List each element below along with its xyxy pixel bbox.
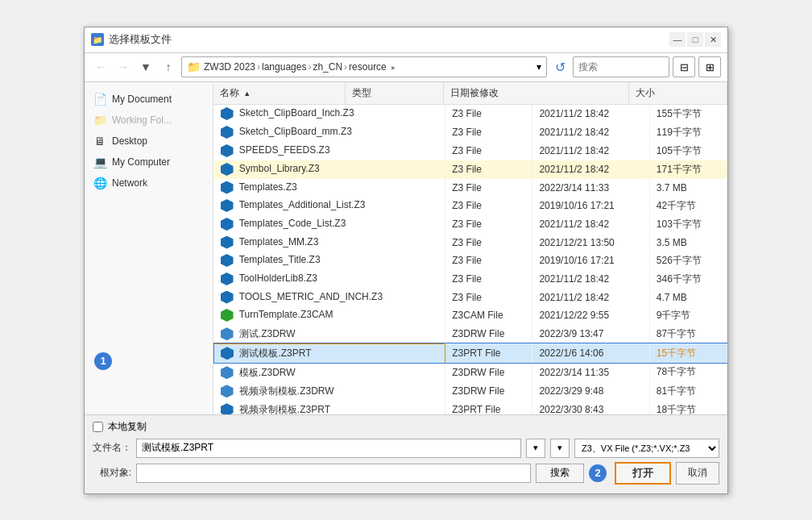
path-bar: 📁 ZW3D 2023 › languages › zh_CN › resour… [181, 56, 547, 77]
table-row[interactable]: 测试模板.Z3PRT Z3PRT File 2022/1/6 14:06 15千… [214, 343, 727, 363]
table-row[interactable]: Templates.Z3 Z3 File 2022/3/14 11:33 3.7… [214, 179, 727, 197]
table-row[interactable]: Templates_Additional_List.Z3 Z3 File 201… [214, 197, 727, 215]
table-row[interactable]: 模板.Z3DRW Z3DRW File 2022/3/14 11:35 78千字… [214, 363, 727, 382]
path-seg-1[interactable]: ZW3D 2023 [204, 61, 255, 73]
file-size-cell: 155千字节 [649, 105, 727, 123]
table-row[interactable]: 测试.Z3DRW Z3DRW File 2022/3/9 13:47 87千字节 [214, 325, 727, 344]
local-copy-row: 本地复制 [93, 420, 719, 434]
file-type-cell: Z3 File [445, 252, 532, 270]
file-name: Templates_Additional_List.Z3 [239, 199, 366, 210]
filename-row: 文件名： ▾ ▾ Z3、VX File (*.Z3;*.VX;*.Z3 [93, 439, 719, 458]
target-input[interactable] [136, 464, 531, 483]
file-type-cell: Z3 File [445, 160, 532, 179]
view-list-button[interactable]: ⊟ [673, 56, 695, 77]
table-row[interactable]: 视频录制模板.Z3DRW Z3DRW File 2022/3/29 9:48 8… [214, 382, 727, 401]
sidebar-item-label-network: Network [112, 177, 147, 189]
table-row[interactable]: 视频录制模板.Z3PRT Z3PRT File 2022/3/30 8:43 1… [214, 401, 727, 414]
table-row[interactable]: Sketch_ClipBoard_mm.Z3 Z3 File 2021/11/2… [214, 123, 727, 142]
up-button[interactable]: ↑ [159, 57, 178, 77]
sidebar-item-working-folder[interactable]: 📁 Working Fol... [85, 110, 213, 131]
table-row[interactable]: Templates_Code_List.Z3 Z3 File 2021/11/2… [214, 215, 727, 234]
file-modified-cell: 2022/3/14 11:33 [532, 179, 649, 197]
minimize-button[interactable]: — [669, 32, 686, 47]
forward-button[interactable]: → [114, 57, 133, 77]
file-type-icon [221, 163, 234, 176]
file-size-cell: 42千字节 [649, 197, 727, 215]
file-type-cell: Z3DRW File [445, 363, 532, 382]
table-row[interactable]: Templates_MM.Z3 Z3 File 2021/12/21 13:50… [214, 234, 727, 252]
file-modified-cell: 2022/1/6 14:06 [532, 343, 649, 363]
file-size-cell: 4.7 MB [649, 289, 727, 306]
file-name: 模板.Z3DRW [239, 367, 296, 378]
refresh-button[interactable]: ↺ [550, 57, 570, 77]
col-header-size[interactable]: 大小 [628, 82, 727, 105]
local-copy-checkbox[interactable] [93, 422, 103, 432]
sidebar-item-my-document[interactable]: 📄 My Document [85, 89, 213, 110]
col-header-name[interactable]: 名称 ▲ [213, 82, 345, 105]
file-size-cell: 171千字节 [649, 160, 727, 179]
file-type-icon [221, 236, 234, 249]
file-scroll-area[interactable]: Sketch_ClipBoard_Inch.Z3 Z3 File 2021/11… [213, 105, 727, 414]
file-size-cell: 105千字节 [649, 142, 727, 160]
filename-dropdown-button2[interactable]: ▾ [550, 439, 570, 458]
filename-dropdown-button[interactable]: ▾ [526, 439, 545, 458]
file-name-cell: Sketch_ClipBoard_mm.Z3 [214, 123, 445, 142]
file-modified-cell: 2021/11/2 18:42 [532, 270, 649, 289]
file-type-icon [221, 291, 234, 304]
table-row[interactable]: Symbol_Library.Z3 Z3 File 2021/11/2 18:4… [214, 160, 727, 179]
close-button[interactable]: ✕ [705, 32, 721, 47]
table-row[interactable]: ToolHolderLib8.Z3 Z3 File 2021/11/2 18:4… [214, 270, 727, 289]
file-type-cell: Z3 File [445, 197, 532, 215]
filetype-select[interactable]: Z3、VX File (*.Z3;*.VX;*.Z3 [574, 439, 719, 458]
file-name-cell: Symbol_Library.Z3 [214, 160, 445, 179]
path-seg-3[interactable]: zh_CN [313, 61, 342, 73]
view-grid-button[interactable]: ⊞ [698, 56, 721, 77]
file-list-table: Sketch_ClipBoard_Inch.Z3 Z3 File 2021/11… [213, 105, 727, 414]
file-modified-cell: 2022/3/9 13:47 [532, 325, 649, 344]
col-header-modified[interactable]: 日期被修改 [444, 82, 629, 105]
file-name-cell: SPEEDS_FEEDS.Z3 [214, 142, 445, 160]
file-name: 视频录制模板.Z3PRT [239, 404, 330, 414]
target-label: 根对象: [93, 466, 131, 480]
action-buttons: 2 打开 取消 [589, 462, 719, 485]
file-name: Templates.Z3 [239, 181, 297, 193]
my-document-icon: 📄 [93, 92, 107, 106]
working-folder-icon: 📁 [93, 113, 107, 127]
path-seg-4[interactable]: resource [349, 61, 387, 73]
file-name: 测试模板.Z3PRT [239, 347, 311, 359]
file-modified-cell: 2021/11/2 18:42 [532, 105, 649, 123]
file-size-cell: 78千字节 [649, 363, 727, 382]
file-size-cell: 18千字节 [649, 401, 727, 414]
file-modified-cell: 2021/11/2 18:42 [532, 289, 649, 306]
file-size-cell: 119千字节 [649, 123, 727, 142]
sidebar-item-my-computer[interactable]: 💻 My Computer [85, 152, 213, 173]
filename-input[interactable] [136, 439, 521, 458]
file-type-icon [221, 181, 234, 194]
open-button[interactable]: 打开 [615, 462, 671, 485]
back-button[interactable]: ← [91, 57, 110, 77]
path-dropdown-arrow[interactable]: ▾ [536, 61, 541, 73]
sidebar: 📄 My Document 📁 Working Fol... 🖥 Desktop… [85, 82, 213, 414]
file-name: 视频录制模板.Z3DRW [239, 385, 334, 397]
network-icon: 🌐 [93, 176, 107, 190]
table-row[interactable]: SPEEDS_FEEDS.Z3 Z3 File 2021/11/2 18:42 … [214, 142, 727, 160]
sidebar-item-desktop[interactable]: 🖥 Desktop [85, 131, 213, 152]
table-row[interactable]: TOOLS_METRIC_AND_INCH.Z3 Z3 File 2021/11… [214, 289, 727, 306]
file-name-cell: 视频录制模板.Z3DRW [214, 382, 445, 401]
search-input[interactable] [573, 56, 669, 77]
sidebar-item-network[interactable]: 🌐 Network [85, 173, 213, 193]
toolbar-right-buttons: ⊟ ⊞ [673, 56, 721, 77]
table-row[interactable]: Sketch_ClipBoard_Inch.Z3 Z3 File 2021/11… [214, 105, 727, 123]
path-seg-2[interactable]: languages [262, 61, 306, 73]
maximize-button[interactable]: □ [687, 32, 703, 47]
file-modified-cell: 2021/12/21 13:50 [532, 234, 649, 252]
sidebar-item-label-my-document: My Document [112, 94, 172, 105]
dropdown-nav-button[interactable]: ▼ [136, 57, 155, 77]
cancel-button[interactable]: 取消 [676, 462, 719, 485]
table-row[interactable]: Templates_Title.Z3 Z3 File 2019/10/16 17… [214, 252, 727, 270]
path-arrow: ▸ [392, 63, 396, 72]
search-button[interactable]: 搜索 [536, 464, 584, 483]
col-header-type[interactable]: 类型 [345, 82, 443, 105]
table-row[interactable]: TurnTemplate.Z3CAM Z3CAM File 2021/12/22… [214, 306, 727, 325]
file-name-cell: 测试模板.Z3PRT [214, 343, 445, 363]
